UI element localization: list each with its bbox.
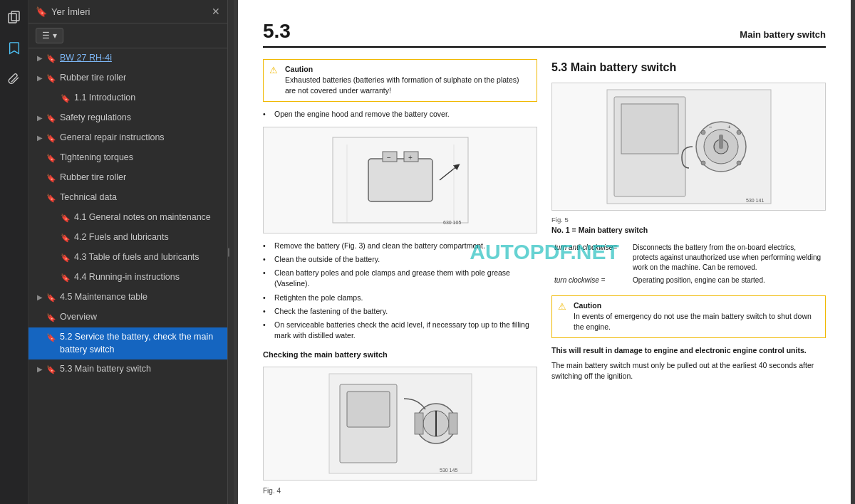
- svg-rect-0: [9, 14, 16, 23]
- bookmark-header-icon: 🔖: [36, 6, 47, 17]
- svg-rect-13: [347, 392, 390, 427]
- list-item-active[interactable]: 🔖 5.2 Service the battery, check the mai…: [28, 327, 227, 359]
- svg-text:530 145: 530 145: [440, 468, 457, 473]
- bookmark-item-icon: 🔖: [46, 133, 57, 144]
- svg-text:+: +: [727, 124, 731, 130]
- svg-text:−: −: [387, 154, 391, 162]
- view-button-icon: ☰: [42, 31, 50, 41]
- svg-point-32: [737, 161, 741, 165]
- expand-arrow-icon: ▶: [34, 364, 46, 374]
- table-row: turn clockwise = Operating position, eng…: [551, 274, 826, 287]
- svg-point-31: [701, 161, 705, 165]
- bookmarks-list: ▶ 🔖 BW 27 RH-4i ▶ 🔖 Rubber tire roller 🔖…: [28, 48, 227, 504]
- step-fig3-text: Remove the battery (Fig. 3) and clean th…: [274, 241, 485, 251]
- bullet-2: • Clean battery poles and pole clamps an…: [263, 268, 537, 289]
- bookmark-item-icon: 🔖: [46, 113, 57, 124]
- svg-point-29: [701, 130, 705, 135]
- list-item[interactable]: ▶ 🔖 Safety regulations: [28, 108, 227, 128]
- bookmarks-sidebar: 🔖 Yer İmleri ✕ ☰ ▾ ▶ 🔖 BW 27 RH-4i ▶ 🔖 R…: [28, 0, 228, 504]
- svg-text:630 105: 630 105: [443, 220, 461, 225]
- step-1-text: Open the engine hood and remove the batt…: [274, 109, 450, 120]
- svg-rect-18: [449, 413, 457, 434]
- list-item[interactable]: 🔖 4.1 General notes on maintenance: [28, 208, 227, 228]
- fig5-caption-text: No. 1 = Main battery switch: [551, 226, 648, 234]
- bookmark-item-icon: 🔖: [60, 253, 71, 263]
- expand-arrow-icon: ▶: [34, 113, 46, 123]
- bookmark-item-icon: 🔖: [46, 53, 57, 64]
- svg-rect-26: [719, 135, 723, 149]
- left-column: ⚠ Caution Exhausted batteries (batteries…: [263, 59, 537, 504]
- sidebar-title: Yer İmleri: [51, 6, 90, 17]
- table-row: turn anti-clockwise= Disconnects the bat…: [551, 241, 826, 274]
- bullet-5-text: On serviceable batteries check the acid …: [274, 320, 537, 341]
- switch-directions-table: turn anti-clockwise= Disconnects the bat…: [551, 241, 826, 287]
- view-button[interactable]: ☰ ▾: [36, 28, 63, 43]
- fig4-label: Fig. 4: [263, 486, 537, 497]
- bookmark-item-icon: 🔖: [46, 332, 57, 343]
- expand-arrow-icon: ▶: [34, 133, 46, 143]
- bookmark-item-icon: 🔖: [46, 153, 57, 164]
- list-item[interactable]: 🔖 Rubber tire roller: [28, 168, 227, 188]
- desc-cell: Operating position, engine can be starte…: [630, 274, 826, 287]
- bookmark-item-icon: 🔖: [46, 173, 57, 184]
- bookmark-item-icon: 🔖: [60, 233, 71, 243]
- main-content-area: AUTOPDF.NET 5.3 Main battery switch ⚠ Ca…: [234, 0, 855, 504]
- bookmark-item-icon: 🔖: [46, 73, 57, 84]
- caution-text: Exhausted batteries (batteries with form…: [285, 75, 519, 95]
- step-1: • Open the engine hood and remove the ba…: [263, 109, 537, 120]
- list-item[interactable]: 🔖 4.3 Table of fuels and lubricants: [28, 248, 227, 268]
- fig5-caption: No. 1 = Main battery switch: [551, 225, 826, 236]
- bullet-4-text: Check the fastening of the battery.: [274, 306, 388, 317]
- paperclip-icon[interactable]: [3, 68, 26, 91]
- left-toolbar: [0, 0, 28, 504]
- list-item[interactable]: 🔖 Technical data: [28, 188, 227, 208]
- list-item[interactable]: ▶ 🔖 5.3 Main battery switch: [28, 359, 227, 379]
- svg-rect-17: [415, 413, 423, 434]
- bullet-3: • Retighten the pole clamps.: [263, 293, 537, 303]
- bookmark-item-icon: 🔖: [46, 193, 57, 204]
- caution-box-1: ⚠ Caution Exhausted batteries (batteries…: [263, 59, 537, 102]
- section-heading: 5.3 Main battery switch: [551, 59, 826, 75]
- expand-arrow-icon: ▶: [34, 53, 46, 63]
- caution-2-icon: ⚠: [558, 300, 569, 333]
- bookmark-item-icon: 🔖: [46, 313, 57, 323]
- close-button[interactable]: ✕: [212, 6, 220, 17]
- list-item[interactable]: 🔖 1.1 Introduction: [28, 88, 227, 108]
- bullet-1-text: Clean the outside of the battery.: [274, 254, 380, 265]
- figure-main-switch: − + 530 141: [551, 83, 826, 211]
- bookmark-icon[interactable]: [3, 37, 26, 60]
- caution-label: Caution: [285, 65, 313, 73]
- list-item[interactable]: ▶ 🔖 BW 27 RH-4i: [28, 48, 227, 68]
- copy-icon[interactable]: [3, 6, 26, 28]
- expand-arrow-icon: ▶: [34, 293, 46, 303]
- right-column: 5.3 Main battery switch: [551, 59, 826, 504]
- section-number: 5.3: [263, 21, 291, 41]
- svg-rect-22: [621, 104, 678, 154]
- pdf-page: AUTOPDF.NET 5.3 Main battery switch ⚠ Ca…: [238, 0, 851, 504]
- list-item[interactable]: 🔖 Overview: [28, 308, 227, 327]
- list-item[interactable]: ▶ 🔖 General repair instructions: [28, 128, 227, 148]
- page-header: 5.3 Main battery switch: [263, 21, 826, 48]
- list-item[interactable]: 🔖 Tightening torques: [28, 148, 227, 168]
- svg-point-30: [737, 130, 741, 135]
- direction-cell: turn clockwise =: [551, 274, 620, 287]
- desc-cell: Disconnects the battery from the on-boar…: [630, 241, 826, 274]
- list-item[interactable]: 🔖 4.4 Running-in instructions: [28, 268, 227, 288]
- figure-battery-removal: − + 630 105: [263, 127, 537, 233]
- list-item[interactable]: 🔖 4.2 Fuels and lubricants: [28, 228, 227, 248]
- svg-text:−: −: [709, 124, 712, 130]
- bookmark-item-icon: 🔖: [60, 273, 71, 283]
- expand-arrow-icon: ▶: [34, 73, 46, 83]
- subheading-check: Checking the main battery switch: [263, 350, 537, 361]
- figure-battery-switch-check: 530 145: [263, 367, 537, 481]
- resize-handle[interactable]: ▎: [228, 0, 234, 504]
- list-item[interactable]: ▶ 🔖 4.5 Maintenance table: [28, 288, 227, 308]
- fig5-label: Fig. 5: [551, 215, 826, 225]
- bullet-3-text: Retighten the pole clamps.: [274, 293, 363, 303]
- sidebar-toolbar: ☰ ▾: [28, 23, 227, 48]
- caution-2-label: Caution: [574, 301, 601, 310]
- bookmark-item-icon: 🔖: [46, 293, 57, 303]
- caution-icon: ⚠: [269, 64, 281, 97]
- list-item[interactable]: ▶ 🔖 Rubber tire roller: [28, 68, 227, 88]
- bullet-5: • On serviceable batteries check the aci…: [263, 320, 537, 341]
